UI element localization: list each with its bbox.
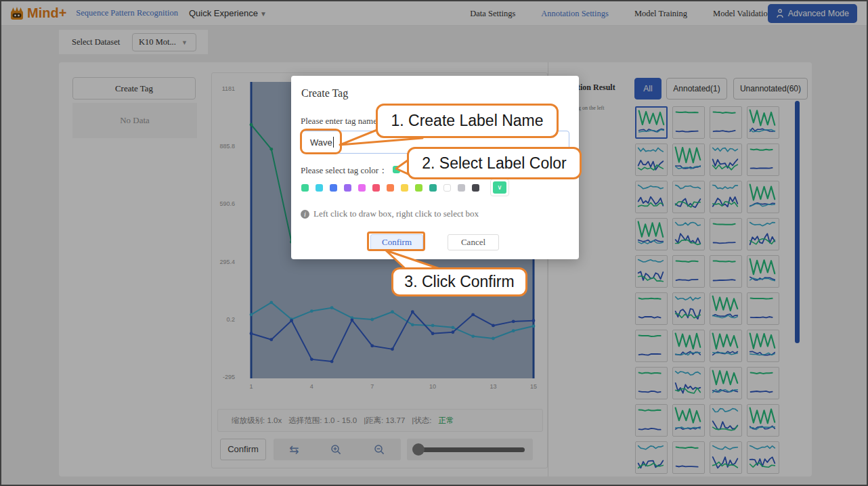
callout-step2: 2. Select Label Color [407,147,582,179]
color-swatch[interactable] [301,184,309,192]
tag-color-label: Please select tag color： [301,164,387,177]
tag-name-label: Please enter tag name： [301,115,386,127]
color-swatch[interactable] [429,184,437,192]
callout-step3: 3. Click Confirm [391,267,527,296]
highlight-tag-input [300,129,342,154]
chevron-down-icon: ∨ [497,183,502,191]
color-swatch[interactable] [344,184,351,192]
color-swatch[interactable] [458,184,465,192]
color-swatch-row [301,184,486,192]
color-swatch[interactable] [387,184,394,192]
color-swatch[interactable] [358,184,366,192]
dialog-hint: i Left click to draw box, right click to… [301,208,479,219]
info-icon: i [301,210,309,219]
selected-color-swatch [393,166,400,173]
dialog-title: Create Tag [301,87,348,100]
color-picker-dropdown[interactable]: ∨ [490,179,509,196]
app-screen: Mind+ Sequence Pattern Recognition Quick… [0,0,868,486]
color-swatch[interactable] [443,184,451,192]
color-swatch[interactable] [372,184,380,192]
color-swatch[interactable] [415,184,422,192]
callout-step1: 1. Create Label Name [376,104,559,138]
highlight-confirm-button [367,231,425,251]
color-swatch[interactable] [330,184,337,192]
color-swatch[interactable] [316,184,323,192]
dialog-cancel-button[interactable]: Cancel [448,234,499,250]
color-swatch[interactable] [401,184,408,192]
color-swatch[interactable] [472,184,479,192]
